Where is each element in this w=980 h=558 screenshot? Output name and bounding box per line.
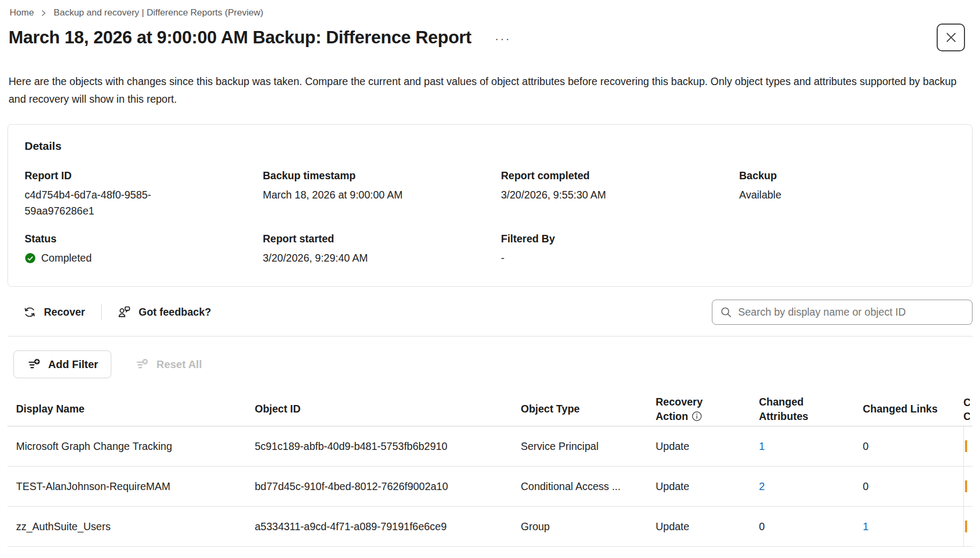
breadcrumb-home-link[interactable]: Home bbox=[10, 7, 34, 18]
cell-clipped bbox=[963, 426, 973, 466]
section-divider bbox=[7, 336, 973, 337]
field-value: c4d754b4-6d7a-48f0-9585-59aa976286e1 bbox=[25, 187, 204, 219]
cell-recovery-action: Update bbox=[656, 480, 759, 493]
detail-field-status: Status Completed bbox=[25, 233, 263, 266]
table-row[interactable]: zz_AuthSuite_Users a5334311-a9cd-4f71-a0… bbox=[7, 507, 973, 547]
cell-object-id: bd77d45c-910f-4bed-8012-7626f9002a10 bbox=[255, 480, 521, 493]
feedback-label: Got feedback? bbox=[139, 306, 211, 318]
recover-label: Recover bbox=[44, 306, 85, 318]
field-value: 3/20/2026, 9:55:30 AM bbox=[501, 187, 680, 203]
reset-all-button[interactable]: Reset All bbox=[135, 357, 202, 372]
table-header-row: Display Name Object ID Object Type Recov… bbox=[7, 392, 973, 426]
cell-changed-links-link[interactable]: 1 bbox=[863, 521, 963, 533]
cell-object-type: Conditional Access ... bbox=[521, 480, 656, 493]
column-header-display-name[interactable]: Display Name bbox=[16, 403, 255, 415]
cell-changed-attributes-link[interactable]: 2 bbox=[759, 480, 863, 493]
close-button[interactable] bbox=[937, 24, 965, 51]
breadcrumb: Home Backup and recovery | Difference Re… bbox=[0, 0, 980, 18]
field-label: Status bbox=[25, 233, 204, 245]
info-icon[interactable] bbox=[692, 411, 702, 422]
close-icon bbox=[945, 32, 957, 43]
cell-object-type: Group bbox=[521, 521, 656, 533]
filter-row: Add Filter Reset All bbox=[13, 350, 973, 378]
field-label: Report started bbox=[263, 233, 442, 245]
difference-report-table: Display Name Object ID Object Type Recov… bbox=[0, 392, 980, 547]
more-options-button[interactable]: ··· bbox=[495, 33, 511, 44]
column-header-object-id[interactable]: Object ID bbox=[255, 403, 521, 415]
cell-clipped bbox=[963, 507, 973, 546]
column-header-clipped: C C bbox=[963, 395, 970, 423]
add-filter-label: Add Filter bbox=[48, 358, 98, 371]
cell-display-name: TEST-AlanJohnson-RequireMAM bbox=[16, 480, 255, 493]
add-filter-icon bbox=[27, 357, 41, 372]
details-grid: Report ID c4d754b4-6d7a-48f0-9585-59aa97… bbox=[25, 170, 955, 266]
details-heading: Details bbox=[25, 140, 955, 152]
field-value: 3/20/2026, 9:29:40 AM bbox=[263, 250, 442, 266]
field-label: Report ID bbox=[25, 170, 204, 182]
search-box bbox=[712, 300, 973, 325]
cell-object-id: a5334311-a9cd-4f71-a089-79191f6e6ce9 bbox=[255, 521, 521, 533]
field-value: Available bbox=[739, 187, 897, 203]
detail-field-backup: Backup Available bbox=[739, 170, 955, 219]
detail-field-empty bbox=[739, 233, 955, 266]
header-line1: Changed bbox=[759, 396, 803, 408]
field-label: Report completed bbox=[501, 170, 680, 182]
recover-button[interactable]: Recover bbox=[7, 305, 101, 319]
cell-recovery-action: Update bbox=[656, 521, 759, 533]
clipped-orange-marker bbox=[965, 521, 967, 532]
breadcrumb-chevron-icon bbox=[41, 10, 46, 17]
status-text: Completed bbox=[41, 250, 92, 266]
column-header-object-type[interactable]: Object Type bbox=[521, 403, 656, 415]
reset-filter-icon bbox=[135, 357, 149, 372]
cell-object-type: Service Principal bbox=[521, 440, 656, 453]
reset-all-label: Reset All bbox=[156, 358, 202, 371]
header-line2: Attributes bbox=[759, 410, 808, 422]
cell-changed-attributes-link[interactable]: 1 bbox=[759, 440, 863, 453]
search-input[interactable] bbox=[738, 306, 964, 318]
column-header-changed-attributes[interactable]: Changed Attributes bbox=[759, 395, 863, 424]
page-title: March 18, 2026 at 9:00:00 AM Backup: Dif… bbox=[9, 24, 472, 51]
status-badge: Completed bbox=[25, 250, 204, 266]
column-header-changed-links[interactable]: Changed Links bbox=[863, 403, 963, 415]
header-line1: Recovery bbox=[656, 396, 703, 408]
feedback-person-icon bbox=[117, 304, 132, 319]
field-label: Filtered By bbox=[501, 233, 680, 245]
breadcrumb-current-page[interactable]: Backup and recovery | Difference Reports… bbox=[54, 7, 263, 18]
cell-display-name: zz_AuthSuite_Users bbox=[16, 521, 255, 533]
detail-field-report-started: Report started 3/20/2026, 9:29:40 AM bbox=[263, 233, 501, 266]
recover-sync-icon bbox=[22, 305, 37, 319]
status-completed-icon bbox=[25, 253, 36, 264]
field-value: - bbox=[501, 250, 680, 266]
page-description: Here are the objects with changes since … bbox=[9, 73, 971, 108]
header-line2: Action bbox=[656, 410, 688, 422]
detail-field-filtered-by: Filtered By - bbox=[501, 233, 739, 266]
detail-field-report-id: Report ID c4d754b4-6d7a-48f0-9585-59aa97… bbox=[25, 170, 263, 219]
cell-clipped bbox=[963, 467, 973, 506]
cell-recovery-action: Update bbox=[656, 440, 759, 453]
feedback-button[interactable]: Got feedback? bbox=[102, 304, 227, 319]
detail-field-report-completed: Report completed 3/20/2026, 9:55:30 AM bbox=[501, 170, 739, 219]
field-value: March 18, 2026 at 9:00:00 AM bbox=[263, 187, 442, 203]
clipped-orange-marker bbox=[965, 440, 967, 452]
add-filter-button[interactable]: Add Filter bbox=[13, 350, 111, 378]
title-row: March 18, 2026 at 9:00:00 AM Backup: Dif… bbox=[9, 24, 971, 51]
details-card: Details Report ID c4d754b4-6d7a-48f0-958… bbox=[7, 124, 973, 287]
clipped-orange-marker bbox=[965, 480, 967, 492]
cell-object-id: 5c91c189-abfb-40d9-b481-5753fb6b2910 bbox=[255, 440, 521, 453]
detail-field-backup-timestamp: Backup timestamp March 18, 2026 at 9:00:… bbox=[263, 170, 501, 219]
column-header-recovery-action[interactable]: Recovery Action bbox=[656, 395, 759, 424]
command-bar: Recover Got feedback? bbox=[7, 299, 973, 325]
table-row[interactable]: Microsoft Graph Change Tracking 5c91c189… bbox=[7, 426, 973, 467]
table-row[interactable]: TEST-AlanJohnson-RequireMAM bd77d45c-910… bbox=[7, 467, 973, 507]
cell-display-name: Microsoft Graph Change Tracking bbox=[16, 440, 255, 453]
cell-changed-links: 0 bbox=[863, 440, 963, 453]
cell-changed-attributes: 0 bbox=[759, 521, 863, 533]
field-label: Backup timestamp bbox=[263, 170, 442, 182]
cell-changed-links: 0 bbox=[863, 480, 963, 493]
field-label: Backup bbox=[739, 170, 897, 182]
search-icon bbox=[720, 306, 732, 318]
